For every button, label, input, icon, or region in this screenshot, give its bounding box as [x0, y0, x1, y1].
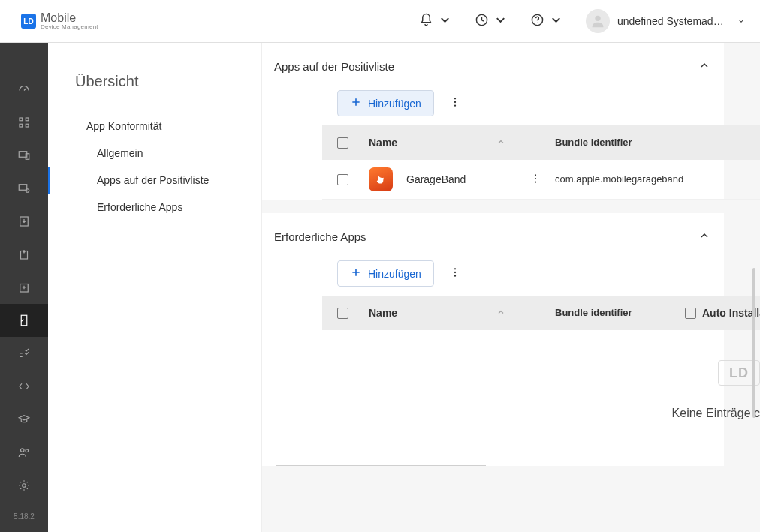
version-label: 5.18.2 [14, 512, 35, 521]
top-header: LD Mobile Device Management [0, 0, 760, 43]
help-menu[interactable] [530, 13, 563, 29]
column-name-label: Name [369, 137, 397, 149]
notifications-menu[interactable] [419, 13, 452, 29]
svg-point-21 [454, 105, 456, 107]
svg-point-16 [21, 449, 25, 452]
svg-rect-7 [26, 124, 29, 127]
rail-education[interactable] [0, 403, 48, 436]
sidebar-item-general[interactable]: Allgemein [48, 140, 261, 167]
svg-rect-4 [20, 118, 23, 121]
rail-device-settings[interactable] [0, 172, 48, 205]
allowlist-table: Name Bundle identifier GarageBand [322, 125, 760, 200]
allowlist-add-button[interactable]: Hinzufügen [337, 90, 434, 116]
rail-devices[interactable] [0, 139, 48, 172]
svg-point-24 [535, 181, 536, 182]
row-bundle-id: com.apple.mobilegarageband [549, 166, 760, 194]
column-name[interactable]: Name [363, 299, 519, 326]
rail-import[interactable] [0, 271, 48, 304]
required-add-label: Hinzufügen [368, 268, 421, 280]
required-table: Name Bundle identifier Auto Installat [322, 296, 760, 330]
chevron-down-icon [549, 13, 563, 29]
svg-rect-10 [19, 185, 27, 191]
product-logo[interactable]: LD Mobile Device Management [21, 12, 98, 30]
row-checkbox[interactable] [322, 167, 363, 193]
help-icon [530, 13, 544, 29]
side-panel: Übersicht App Konformität Allgemein Apps… [48, 43, 262, 532]
select-all-checkbox[interactable] [322, 130, 363, 156]
section-required-title: Erforderliche Apps [274, 230, 366, 243]
required-add-button[interactable]: Hinzufügen [337, 260, 434, 287]
rail-checklist[interactable] [0, 337, 48, 370]
svg-rect-5 [26, 118, 29, 121]
avatar-icon [586, 9, 610, 33]
rail-dashboard[interactable] [0, 73, 48, 106]
plus-icon [350, 266, 362, 281]
plus-icon [350, 96, 362, 110]
main-content: Apps auf der Positivliste Hinzufügen Nam… [262, 43, 760, 532]
logo-main-text: Mobile [41, 12, 98, 24]
column-name-label: Name [369, 307, 397, 319]
allowlist-add-label: Hinzufügen [368, 98, 421, 110]
user-menu[interactable]: undefined Systemadmi... [586, 9, 745, 33]
rail-apps-grid[interactable] [0, 106, 48, 139]
bell-icon [419, 13, 433, 29]
svg-point-19 [454, 98, 456, 99]
chevron-down-icon [737, 15, 745, 27]
activity-menu[interactable] [475, 13, 508, 29]
rail-compliance[interactable] [0, 304, 48, 337]
empty-text: Keine Einträge c [672, 407, 760, 420]
svg-point-17 [26, 449, 29, 452]
section-required: Erforderliche Apps Hinzufügen Name Bundl… [262, 213, 724, 466]
rail-download[interactable] [0, 205, 48, 238]
sidebar-item-app-conformity[interactable]: App Konformität [48, 113, 261, 140]
svg-rect-9 [26, 154, 29, 160]
nav-rail: 5.18.2 [0, 43, 48, 532]
column-auto-install[interactable]: Auto Installat [679, 299, 760, 326]
svg-point-25 [454, 268, 456, 269]
required-toolbar: Hinzufügen [262, 260, 724, 296]
chevron-down-icon [493, 13, 508, 29]
section-allowlist: Apps auf der Positivliste Hinzufügen Nam… [262, 43, 724, 200]
svg-rect-6 [20, 124, 23, 127]
garageband-app-icon [369, 167, 393, 191]
rail-export[interactable] [0, 238, 48, 271]
allowlist-toolbar: Hinzufügen [262, 90, 724, 125]
section-required-header[interactable]: Erforderliche Apps [262, 213, 724, 260]
svg-point-26 [454, 272, 456, 273]
logo-badge: LD [21, 14, 36, 29]
sidebar-item-allowlist[interactable]: Apps auf der Positivliste [48, 167, 261, 194]
svg-point-27 [454, 275, 456, 277]
row-app-name: GarageBand [406, 173, 466, 185]
select-all-checkbox[interactable] [322, 300, 363, 326]
column-bundle[interactable]: Bundle identifier [549, 299, 679, 327]
section-allowlist-header[interactable]: Apps auf der Positivliste [262, 43, 724, 90]
required-empty-state: LD Keine Einträge c [262, 330, 724, 450]
scrollbar[interactable] [752, 268, 755, 418]
side-panel-title: Übersicht [48, 73, 261, 113]
svg-point-3 [595, 16, 600, 21]
svg-point-11 [26, 189, 29, 193]
sort-asc-icon [496, 137, 505, 149]
required-table-header: Name Bundle identifier Auto Installat [322, 296, 760, 330]
history-icon [475, 13, 489, 29]
svg-point-18 [23, 484, 26, 488]
allowlist-more-menu[interactable] [445, 92, 466, 115]
allowlist-table-row[interactable]: GarageBand com.apple.mobilegarageband [322, 160, 760, 200]
rail-settings[interactable] [0, 469, 48, 502]
allowlist-table-header: Name Bundle identifier [322, 125, 760, 160]
column-bundle[interactable]: Bundle identifier [549, 129, 760, 157]
required-more-menu[interactable] [445, 262, 466, 285]
chevron-down-icon [438, 13, 452, 29]
svg-point-23 [535, 177, 536, 179]
column-name[interactable]: Name [363, 129, 519, 156]
column-auto-label: Auto Installat [702, 307, 760, 319]
section-allowlist-title: Apps auf der Positivliste [274, 60, 394, 73]
svg-point-2 [537, 23, 538, 23]
auto-install-checkbox[interactable] [685, 308, 696, 319]
sort-asc-icon [496, 307, 505, 319]
svg-point-20 [454, 101, 456, 103]
rail-users[interactable] [0, 436, 48, 469]
row-more-menu[interactable] [525, 170, 546, 191]
sidebar-item-required-apps[interactable]: Erforderliche Apps [48, 194, 261, 221]
rail-code[interactable] [0, 370, 48, 403]
